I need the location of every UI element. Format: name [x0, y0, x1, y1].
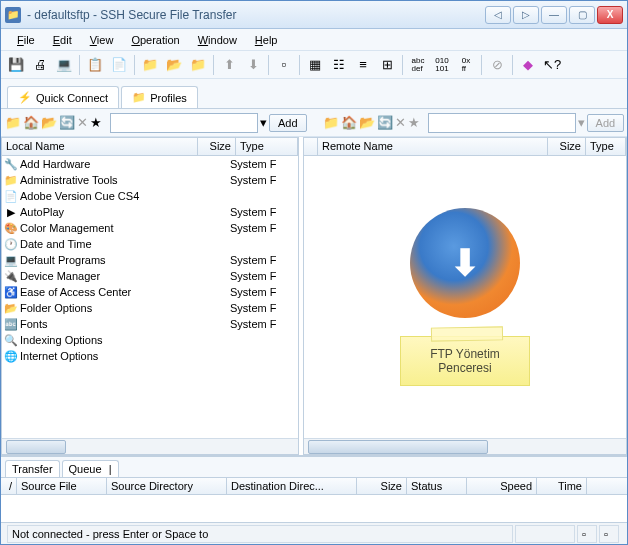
local-home-icon[interactable]: 🏠 — [23, 112, 39, 134]
local-pane: Local Name Size Type 🔧Add HardwareSystem… — [1, 137, 299, 455]
local-dropdown-icon[interactable]: ▾ — [260, 112, 267, 134]
up-arrow-icon[interactable]: ⬆ — [218, 54, 240, 76]
file-row[interactable]: 🔍Indexing Options — [2, 332, 298, 348]
down-arrow-icon[interactable]: ⬇ — [242, 54, 264, 76]
folder1-icon[interactable]: 📁 — [139, 54, 161, 76]
file-type: System F — [230, 222, 276, 234]
file-icon: ▶ — [4, 205, 18, 219]
remote-home-icon[interactable]: 🏠 — [341, 112, 357, 134]
menu-operation[interactable]: Operation — [123, 32, 187, 48]
menu-file[interactable]: File — [9, 32, 43, 48]
close-btn[interactable]: X — [597, 6, 623, 24]
local-file-list[interactable]: 🔧Add HardwareSystem F📁Administrative Too… — [2, 156, 298, 438]
transfer-col-2[interactable]: Source Directory — [107, 478, 227, 494]
file-row[interactable]: 💻Default ProgramsSystem F — [2, 252, 298, 268]
file-row[interactable]: 🔌Device ManagerSystem F — [2, 268, 298, 284]
local-col-size[interactable]: Size — [198, 138, 236, 155]
view4-icon[interactable]: ⊞ — [376, 54, 398, 76]
transfer-section: Transfer Queue | /Source FileSource Dire… — [1, 456, 627, 522]
transfer-col-5[interactable]: Status — [407, 478, 467, 494]
quick-connect-tab[interactable]: ⚡ Quick Connect — [7, 86, 119, 108]
folder-icon: 📁 — [132, 91, 146, 104]
maximize-btn[interactable]: ▢ — [569, 6, 595, 24]
file-name: Indexing Options — [20, 334, 200, 346]
copy-icon[interactable]: 📋 — [84, 54, 106, 76]
remote-dropdown-icon[interactable]: ▾ — [578, 112, 585, 134]
app-icon: 📁 — [5, 7, 21, 23]
menu-window[interactable]: Window — [190, 32, 245, 48]
text3-icon[interactable]: 0xff — [455, 54, 477, 76]
file-row[interactable]: ♿Ease of Access CenterSystem F — [2, 284, 298, 300]
file-row[interactable]: 🔤FontsSystem F — [2, 316, 298, 332]
remote-path-input[interactable] — [428, 113, 576, 133]
remote-star-icon[interactable]: ★ — [408, 112, 420, 134]
status-text: Not connected - press Enter or Space to — [7, 525, 513, 543]
view3-icon[interactable]: ≡ — [352, 54, 374, 76]
scrollbar-thumb[interactable] — [308, 440, 488, 454]
separator — [299, 55, 300, 75]
file-row[interactable]: 🕐Date and Time — [2, 236, 298, 252]
profiles-label: Profiles — [150, 92, 187, 104]
remote-col-name[interactable]: Remote Name — [318, 138, 548, 155]
save-icon[interactable]: 💾 — [5, 54, 27, 76]
transfer-col-0[interactable]: / — [1, 478, 17, 494]
remote-up-icon[interactable]: 📁 — [323, 112, 339, 134]
minimize-btn[interactable]: — — [541, 6, 567, 24]
prev-btn[interactable]: ◁ — [485, 6, 511, 24]
help-icon[interactable]: ◆ — [517, 54, 539, 76]
paste-icon[interactable]: 📄 — [108, 54, 130, 76]
folder3-icon[interactable]: 📁 — [187, 54, 209, 76]
file-row[interactable]: 📂Folder OptionsSystem F — [2, 300, 298, 316]
remote-col-size[interactable]: Size — [548, 138, 586, 155]
local-add-button[interactable]: Add — [269, 114, 307, 132]
transfer-col-1[interactable]: Source File — [17, 478, 107, 494]
remote-refresh-icon[interactable]: 🔄 — [377, 112, 393, 134]
menu-edit[interactable]: Edit — [45, 32, 80, 48]
remote-newfolder-icon[interactable]: 📂 — [359, 112, 375, 134]
window-icon[interactable]: ▫ — [273, 54, 295, 76]
local-star-icon[interactable]: ★ — [90, 112, 102, 134]
file-row[interactable]: 🔧Add HardwareSystem F — [2, 156, 298, 172]
local-newfolder-icon[interactable]: 📂 — [41, 112, 57, 134]
file-row[interactable]: 🎨Color ManagementSystem F — [2, 220, 298, 236]
print-icon[interactable]: 🖨 — [29, 54, 51, 76]
transfer-col-4[interactable]: Size — [357, 478, 407, 494]
transfer-col-3[interactable]: Destination Direc... — [227, 478, 357, 494]
transfer-headers: /Source FileSource DirectoryDestination … — [1, 477, 627, 495]
file-type: System F — [230, 174, 276, 186]
stop-icon[interactable]: ⊘ — [486, 54, 508, 76]
remote-scrollbar[interactable] — [304, 438, 626, 454]
transfer-col-6[interactable]: Speed — [467, 478, 537, 494]
local-col-type[interactable]: Type — [236, 138, 298, 155]
connect-icon[interactable]: 💻 — [53, 54, 75, 76]
file-row[interactable]: 📄Adobe Version Cue CS4 — [2, 188, 298, 204]
file-row[interactable]: 📁Administrative ToolsSystem F — [2, 172, 298, 188]
view2-icon[interactable]: ☷ — [328, 54, 350, 76]
scrollbar-thumb[interactable] — [6, 440, 66, 454]
menu-help[interactable]: Help — [247, 32, 286, 48]
file-row[interactable]: 🌐Internet Options — [2, 348, 298, 364]
local-up-icon[interactable]: 📁 — [5, 112, 21, 134]
next-btn[interactable]: ▷ — [513, 6, 539, 24]
remote-col-type[interactable]: Type — [586, 138, 626, 155]
file-icon: 🔤 — [4, 317, 18, 331]
transfer-tab[interactable]: Transfer — [5, 460, 60, 477]
queue-tab[interactable]: Queue | — [62, 460, 119, 477]
menu-view[interactable]: View — [82, 32, 122, 48]
local-path-input[interactable] — [110, 113, 258, 133]
text2-icon[interactable]: 010101 — [431, 54, 453, 76]
view1-icon[interactable]: ▦ — [304, 54, 326, 76]
local-scrollbar[interactable] — [2, 438, 298, 454]
whatsthis-icon[interactable]: ↖? — [541, 54, 563, 76]
local-delete-icon[interactable]: ✕ — [77, 112, 88, 134]
remote-logo-icon: ⬇ — [410, 208, 520, 318]
profiles-tab[interactable]: 📁 Profiles — [121, 86, 198, 108]
file-icon: 🔧 — [4, 157, 18, 171]
local-col-name[interactable]: Local Name — [2, 138, 198, 155]
local-refresh-icon[interactable]: 🔄 — [59, 112, 75, 134]
transfer-col-7[interactable]: Time — [537, 478, 587, 494]
text1-icon[interactable]: abcdef — [407, 54, 429, 76]
remote-delete-icon[interactable]: ✕ — [395, 112, 406, 134]
folder2-icon[interactable]: 📂 — [163, 54, 185, 76]
file-row[interactable]: ▶AutoPlaySystem F — [2, 204, 298, 220]
